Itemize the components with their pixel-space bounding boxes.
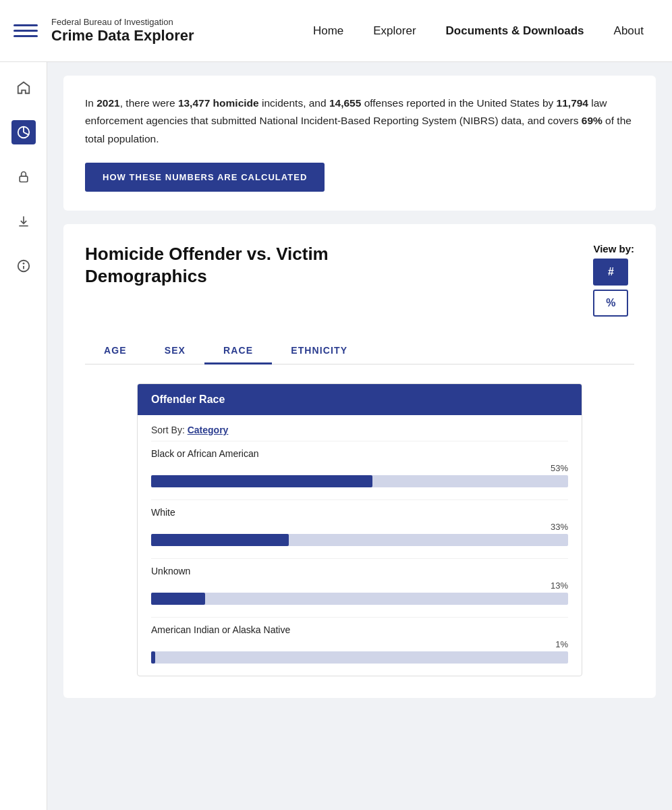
race-percent-american-indian: 1% bbox=[151, 639, 568, 649]
stats-incidents: 13,477 bbox=[178, 97, 210, 109]
stats-coverage: 69% bbox=[582, 115, 603, 126]
race-label-white: White bbox=[151, 507, 568, 518]
how-calculated-button[interactable]: HOW THESE NUMBERS ARE CALCULATED bbox=[85, 163, 325, 192]
sidebar-info-icon[interactable] bbox=[11, 254, 36, 278]
race-label-american-indian: American Indian or Alaska Native bbox=[151, 624, 568, 635]
nav-home[interactable]: Home bbox=[298, 18, 358, 45]
offender-race-table: Offender Race Sort By: Category Black or… bbox=[137, 383, 582, 676]
sort-row: Sort By: Category bbox=[151, 415, 568, 441]
demo-header: Homicide Offender vs. Victim Demographic… bbox=[85, 243, 634, 317]
bar-container-black bbox=[151, 475, 568, 487]
race-label-unknown: Unknown bbox=[151, 566, 568, 576]
bar-fill-black bbox=[151, 475, 372, 487]
bar-bg-unknown bbox=[151, 593, 568, 605]
race-row-american-indian: American Indian or Alaska Native 1% bbox=[151, 617, 568, 676]
offender-race-title: Offender Race bbox=[151, 394, 225, 405]
view-by-count-button[interactable]: # bbox=[593, 259, 628, 286]
sidebar bbox=[0, 62, 47, 810]
view-by-label: View by: bbox=[593, 243, 634, 254]
logo-top: Federal Bureau of Investigation bbox=[51, 17, 194, 27]
stats-agencies: 11,794 bbox=[557, 97, 588, 109]
stats-paragraph: In 2021, there were 13,477 homicide inci… bbox=[85, 94, 634, 148]
stats-year: 2021 bbox=[96, 97, 119, 109]
view-by-buttons: # % bbox=[593, 259, 628, 317]
race-percent-black: 53% bbox=[151, 463, 568, 473]
demographic-tabs: AGE SEX RACE ETHNICITY bbox=[85, 337, 634, 364]
menu-button[interactable] bbox=[13, 19, 38, 43]
race-percent-white: 33% bbox=[151, 522, 568, 532]
race-label-black: Black or African American bbox=[151, 448, 568, 459]
tab-race[interactable]: RACE bbox=[204, 337, 272, 364]
main-content: In 2021, there were 13,477 homicide inci… bbox=[47, 62, 672, 810]
svg-rect-1 bbox=[20, 176, 28, 182]
nav-documents[interactable]: Documents & Downloads bbox=[431, 18, 599, 45]
tab-age[interactable]: AGE bbox=[85, 337, 146, 364]
logo-bottom: Crime Data Explorer bbox=[51, 27, 194, 45]
logo-area: Federal Bureau of Investigation Crime Da… bbox=[51, 17, 194, 45]
stats-offenses: 14,655 bbox=[329, 97, 361, 109]
race-table-header: Offender Race bbox=[138, 384, 582, 415]
race-table-body: Sort By: Category Black or African Ameri… bbox=[138, 415, 582, 676]
tab-ethnicity[interactable]: ETHNICITY bbox=[272, 337, 366, 364]
sidebar-lock-icon[interactable] bbox=[11, 165, 36, 189]
view-by-percent-button[interactable]: % bbox=[593, 290, 628, 317]
layout: In 2021, there were 13,477 homicide inci… bbox=[0, 62, 672, 810]
sort-by-label: Sort By: bbox=[151, 425, 185, 435]
race-row-black: Black or African American 53% bbox=[151, 441, 568, 500]
race-row-unknown: Unknown 13% bbox=[151, 558, 568, 617]
stats-card: In 2021, there were 13,477 homicide inci… bbox=[63, 76, 656, 211]
main-nav: Home Explorer Documents & Downloads Abou… bbox=[298, 18, 659, 45]
sidebar-chart-icon[interactable] bbox=[11, 120, 36, 144]
bar-bg-american-indian bbox=[151, 651, 568, 664]
sidebar-download-icon[interactable] bbox=[11, 209, 36, 234]
bar-container-unknown bbox=[151, 593, 568, 605]
bar-fill-unknown bbox=[151, 593, 205, 605]
bar-fill-white bbox=[151, 534, 289, 546]
nav-about[interactable]: About bbox=[599, 18, 659, 45]
race-percent-unknown: 13% bbox=[151, 580, 568, 591]
sidebar-home-icon[interactable] bbox=[11, 76, 36, 100]
bar-container-american-indian bbox=[151, 651, 568, 664]
tab-sex[interactable]: SEX bbox=[146, 337, 204, 364]
bar-container-white bbox=[151, 534, 568, 546]
view-by-control: View by: # % bbox=[593, 243, 634, 317]
stats-homicide-label: homicide bbox=[213, 97, 259, 109]
demo-title: Homicide Offender vs. Victim Demographic… bbox=[85, 243, 355, 287]
header: Federal Bureau of Investigation Crime Da… bbox=[0, 0, 672, 62]
bar-fill-american-indian bbox=[151, 651, 155, 664]
demographics-card: Homicide Offender vs. Victim Demographic… bbox=[63, 224, 656, 698]
nav-explorer[interactable]: Explorer bbox=[358, 18, 430, 45]
race-row-white: White 33% bbox=[151, 500, 568, 558]
sort-category-link[interactable]: Category bbox=[188, 425, 229, 435]
